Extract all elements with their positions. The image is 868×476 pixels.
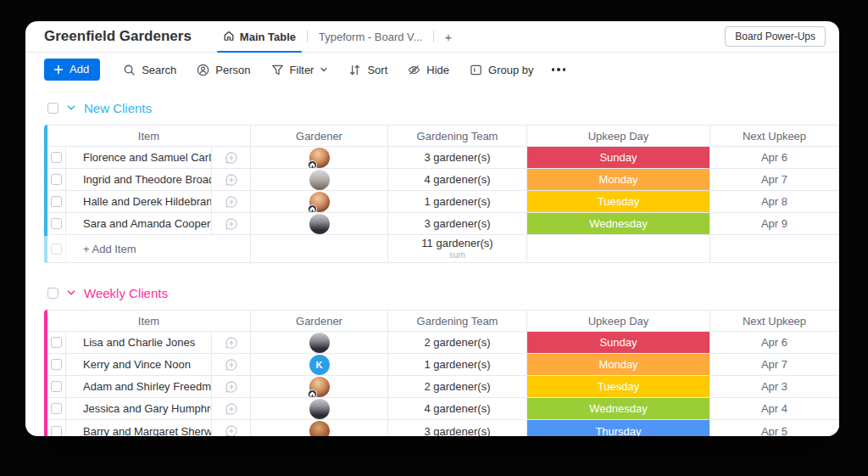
row-checkbox[interactable] xyxy=(51,426,62,437)
item-name-cell[interactable]: Sara and Amanda Cooper xyxy=(66,213,212,235)
item-name-cell[interactable]: Kerry and Vince Noon xyxy=(66,354,212,376)
add-conversation-icon[interactable] xyxy=(212,332,251,354)
upkeep-day-cell[interactable]: Tuesday xyxy=(527,191,710,213)
add-conversation-icon[interactable] xyxy=(212,213,251,235)
avatar[interactable] xyxy=(309,192,330,212)
column-header-item[interactable]: Item xyxy=(47,126,251,147)
next-upkeep-cell[interactable]: Apr 4 xyxy=(710,398,838,420)
next-upkeep-cell[interactable]: Apr 7 xyxy=(710,354,838,376)
upkeep-day-cell[interactable]: Thursday xyxy=(527,420,710,436)
row-checkbox[interactable] xyxy=(51,196,62,207)
gardener-cell[interactable] xyxy=(251,420,388,436)
item-name-cell[interactable]: Florence and Samuel Carlton xyxy=(66,147,212,169)
gardener-cell[interactable]: K xyxy=(251,354,388,376)
row-checkbox[interactable] xyxy=(51,403,62,414)
gardening-team-cell[interactable]: 3 gardener(s) xyxy=(388,147,527,169)
filter-button[interactable]: Filter xyxy=(262,59,338,81)
item-name-cell[interactable]: Ingrid and Theodore Broadfield xyxy=(66,169,212,191)
add-button[interactable]: Add xyxy=(44,59,100,81)
upkeep-day-cell[interactable]: Monday xyxy=(527,354,710,376)
add-conversation-icon[interactable] xyxy=(212,398,251,420)
gardener-cell[interactable] xyxy=(251,398,388,420)
column-header-gardening-team[interactable]: Gardening Team xyxy=(388,311,527,332)
gardening-team-cell[interactable]: 3 gardener(s) xyxy=(388,420,527,436)
gardening-team-cell[interactable]: 3 gardener(s) xyxy=(388,213,527,235)
upkeep-day-cell[interactable]: Monday xyxy=(527,169,710,191)
gardener-cell[interactable] xyxy=(251,332,388,354)
column-header-upkeep-day[interactable]: Upkeep Day xyxy=(527,311,710,332)
column-header-next-upkeep[interactable]: Next Upkeep xyxy=(710,126,838,147)
gardener-cell[interactable] xyxy=(251,213,388,235)
add-view-button[interactable]: + xyxy=(434,30,462,44)
row-checkbox[interactable] xyxy=(51,337,62,348)
group-title[interactable]: New Clients xyxy=(84,101,152,115)
next-upkeep-cell[interactable]: Apr 5 xyxy=(710,420,838,436)
next-upkeep-cell[interactable]: Apr 8 xyxy=(710,191,838,213)
search-button[interactable]: Search xyxy=(114,59,186,81)
row-checkbox[interactable] xyxy=(51,244,62,255)
upkeep-day-cell[interactable]: Sunday xyxy=(527,332,710,354)
tab-typeform-view[interactable]: Typeform - Board V... xyxy=(308,21,433,52)
group-title[interactable]: Weekly Clients xyxy=(84,286,168,300)
add-conversation-icon[interactable] xyxy=(212,354,251,376)
avatar[interactable]: K xyxy=(309,355,330,375)
more-options-icon[interactable] xyxy=(545,68,573,71)
gardening-team-cell[interactable]: 1 gardener(s) xyxy=(388,354,527,376)
sort-button[interactable]: Sort xyxy=(339,59,397,81)
add-conversation-icon[interactable] xyxy=(212,169,251,191)
column-header-next-upkeep[interactable]: Next Upkeep xyxy=(710,311,838,332)
column-header-upkeep-day[interactable]: Upkeep Day xyxy=(527,126,710,147)
add-conversation-icon[interactable] xyxy=(212,376,251,398)
avatar[interactable] xyxy=(309,333,330,353)
item-name-cell[interactable]: Adam and Shirley Freedman xyxy=(66,376,212,398)
item-name-cell[interactable]: Jessica and Gary Humphrey xyxy=(66,398,212,420)
hide-button[interactable]: Hide xyxy=(398,59,459,81)
avatar[interactable] xyxy=(309,148,330,168)
avatar[interactable] xyxy=(309,214,330,234)
add-item-button[interactable]: + Add Item xyxy=(66,235,251,262)
row-checkbox[interactable] xyxy=(51,174,62,185)
next-upkeep-cell[interactable]: Apr 6 xyxy=(710,147,838,169)
gardening-team-cell[interactable]: 1 gardener(s) xyxy=(388,191,527,213)
board-power-ups-button[interactable]: Board Power-Ups xyxy=(725,26,826,47)
gardening-team-cell[interactable]: 2 gardener(s) xyxy=(388,332,527,354)
column-header-gardener[interactable]: Gardener xyxy=(251,311,388,332)
gardening-team-cell[interactable]: 4 gardener(s) xyxy=(388,169,527,191)
upkeep-day-cell[interactable]: Sunday xyxy=(527,147,710,169)
next-upkeep-cell[interactable]: Apr 9 xyxy=(710,213,838,235)
avatar[interactable] xyxy=(309,377,330,397)
group-checkbox[interactable] xyxy=(47,103,58,114)
row-checkbox[interactable] xyxy=(51,381,62,392)
next-upkeep-cell[interactable]: Apr 3 xyxy=(710,376,838,398)
row-checkbox[interactable] xyxy=(51,359,62,370)
gardener-cell[interactable] xyxy=(251,376,388,398)
item-name-cell[interactable]: Barry and Margaret Sherwin xyxy=(66,420,212,436)
upkeep-day-cell[interactable]: Tuesday xyxy=(527,376,710,398)
group-by-button[interactable]: Group by xyxy=(460,59,542,81)
next-upkeep-cell[interactable]: Apr 6 xyxy=(710,332,838,354)
chevron-down-icon[interactable] xyxy=(66,103,76,113)
row-checkbox[interactable] xyxy=(51,218,62,229)
upkeep-day-cell[interactable]: Wednesday xyxy=(527,398,710,420)
gardening-team-cell[interactable]: 2 gardener(s) xyxy=(388,376,527,398)
avatar[interactable] xyxy=(309,170,330,190)
gardener-cell[interactable] xyxy=(251,191,388,213)
item-name-cell[interactable]: Halle and Derek Hildebrand xyxy=(66,191,212,213)
item-name-cell[interactable]: Lisa and Charlie Jones xyxy=(66,332,212,354)
chevron-down-icon[interactable] xyxy=(320,65,328,74)
gardener-cell[interactable] xyxy=(251,147,388,169)
add-conversation-icon[interactable] xyxy=(212,191,251,213)
next-upkeep-cell[interactable]: Apr 7 xyxy=(710,169,838,191)
column-header-gardener[interactable]: Gardener xyxy=(251,126,388,147)
column-header-gardening-team[interactable]: Gardening Team xyxy=(388,126,527,147)
column-header-item[interactable]: Item xyxy=(47,311,251,332)
person-filter-button[interactable]: Person xyxy=(187,59,259,81)
group-checkbox[interactable] xyxy=(47,288,58,299)
tab-main-table[interactable]: Main Table xyxy=(212,21,307,52)
avatar[interactable] xyxy=(309,421,330,436)
gardener-cell[interactable] xyxy=(251,169,388,191)
gardening-team-cell[interactable]: 4 gardener(s) xyxy=(388,398,527,420)
add-conversation-icon[interactable] xyxy=(212,420,251,436)
upkeep-day-cell[interactable]: Wednesday xyxy=(527,213,710,235)
chevron-down-icon[interactable] xyxy=(66,288,76,298)
